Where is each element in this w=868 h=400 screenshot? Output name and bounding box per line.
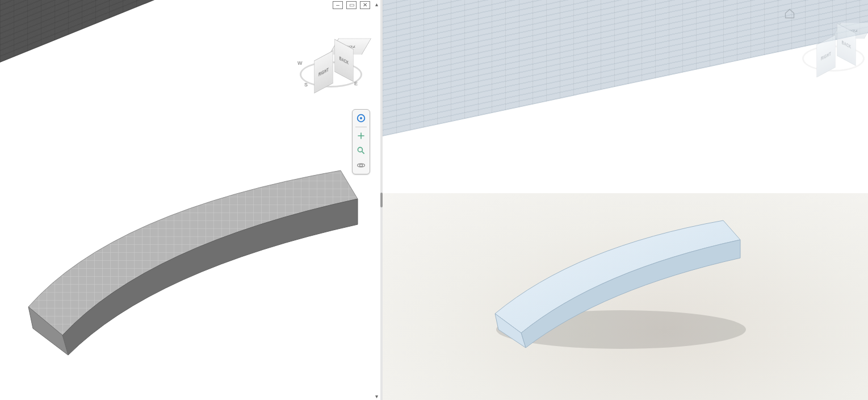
compass-west: W bbox=[297, 60, 303, 66]
viewcube-cube[interactable]: TOP RIGHT BACK bbox=[814, 24, 849, 59]
minimize-button[interactable]: – bbox=[333, 1, 343, 9]
curved-slab bbox=[23, 165, 363, 358]
restore-button[interactable]: ▭ bbox=[346, 1, 357, 9]
window-controls: – ▭ ✕ bbox=[333, 1, 370, 9]
viewcube[interactable]: N S E W TOP RIGHT BACK bbox=[295, 27, 363, 95]
compass-east: E bbox=[354, 81, 358, 86]
curved-slab bbox=[485, 216, 746, 352]
svg-point-2 bbox=[360, 117, 362, 119]
viewcube-cube[interactable]: TOP RIGHT BACK bbox=[311, 40, 346, 75]
svg-point-3 bbox=[358, 147, 362, 152]
scrollbar-track[interactable] bbox=[372, 8, 380, 392]
pan-button[interactable] bbox=[355, 130, 367, 142]
left-viewport[interactable]: – ▭ ✕ N S E W TOP RIGHT BACK bbox=[0, 0, 380, 400]
app-root: – ▭ ✕ N S E W TOP RIGHT BACK bbox=[0, 0, 868, 400]
left-vertical-scrollbar[interactable]: ▴ ▾ bbox=[372, 0, 380, 400]
home-view-button[interactable] bbox=[784, 8, 795, 20]
right-3d-scene[interactable] bbox=[383, 0, 868, 400]
orbit-button[interactable] bbox=[355, 159, 367, 172]
viewcube-front-label: BACK bbox=[339, 55, 349, 66]
scroll-down-arrow-icon[interactable]: ▾ bbox=[372, 392, 380, 400]
navbar-separator bbox=[355, 127, 367, 127]
compass-south: S bbox=[304, 82, 308, 88]
close-button[interactable]: ✕ bbox=[360, 1, 370, 9]
right-viewport[interactable]: TOP RIGHT BACK bbox=[383, 0, 868, 400]
viewcube-right-label: RIGHT bbox=[318, 66, 329, 77]
zoom-button[interactable] bbox=[355, 144, 367, 157]
steering-wheel-button[interactable] bbox=[355, 112, 367, 124]
scroll-up-arrow-icon[interactable]: ▴ bbox=[372, 0, 380, 8]
brick-wall bbox=[0, 0, 182, 63]
svg-point-4 bbox=[360, 164, 363, 167]
viewcube[interactable]: TOP RIGHT BACK bbox=[798, 11, 866, 80]
viewcube-front-label: BACK bbox=[842, 39, 851, 50]
navigation-bar bbox=[352, 109, 370, 174]
viewcube-right-label: RIGHT bbox=[821, 51, 831, 61]
